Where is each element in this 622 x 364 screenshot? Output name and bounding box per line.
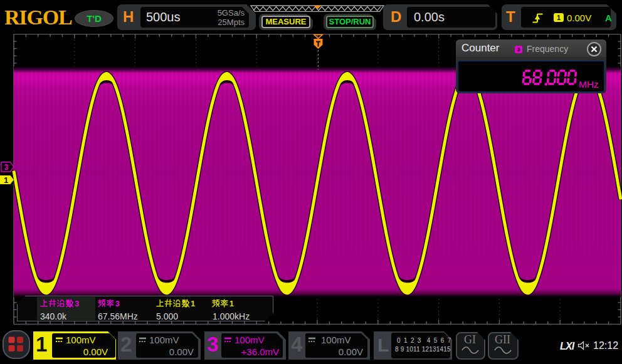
svg-text:1.000kHz: 1.000kHz (213, 311, 250, 321)
svg-text:1: 1 (191, 299, 195, 308)
svg-text:67.56MHz: 67.56MHz (98, 311, 138, 321)
svg-text:1: 1 (229, 299, 234, 308)
svg-text:3: 3 (115, 299, 120, 308)
svg-text:5.000: 5.000 (156, 311, 178, 321)
svg-text:340.0k: 340.0k (40, 311, 67, 321)
svg-text:3: 3 (75, 299, 79, 308)
